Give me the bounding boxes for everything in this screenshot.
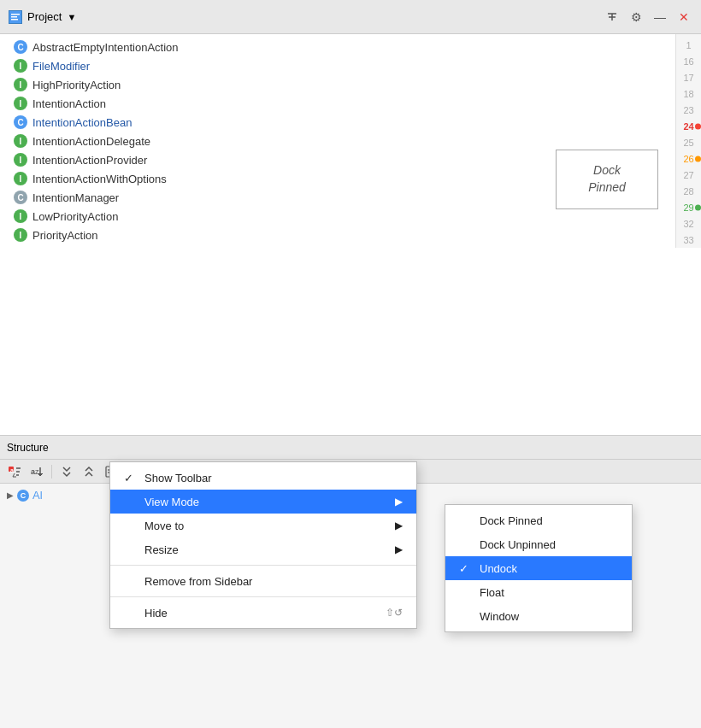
project-icon <box>9 10 22 24</box>
context-menu-left: ✓ Show Toolbar View Mode ▶ Move to ▶ Res… <box>109 461 417 629</box>
sort-alphabetically-button[interactable]: a z <box>27 462 46 481</box>
submenu-label-undock: Undock <box>480 562 517 575</box>
line-num: 16 <box>676 54 701 70</box>
list-item[interactable]: I IntentionActionDelegate <box>0 132 671 150</box>
line-num: 33 <box>676 232 701 248</box>
minimize-button[interactable]: — <box>651 9 669 26</box>
line-num: 1 <box>676 38 701 54</box>
file-name: IntentionActionProvider <box>32 154 147 167</box>
header-actions: ⚙ — ✕ <box>604 9 692 26</box>
submenu-item-window[interactable]: Window <box>445 604 632 628</box>
badge-i: I <box>14 209 27 223</box>
svg-rect-2 <box>11 16 17 18</box>
file-name: AbstractEmptyIntentionAction <box>32 41 179 54</box>
file-name: IntentionAction <box>32 97 106 110</box>
list-item[interactable]: C AbstractEmptyIntentionAction <box>0 38 671 56</box>
list-item[interactable]: I HighPriorityAction <box>0 75 671 94</box>
badge-i: I <box>14 134 27 148</box>
menu-label-resize: Resize <box>144 543 388 556</box>
structure-header: Structure <box>0 436 701 460</box>
menu-item-view-mode[interactable]: View Mode ▶ <box>110 490 416 514</box>
line-num: 29 <box>676 199 701 215</box>
badge-i: I <box>14 78 27 91</box>
menu-item-remove-sidebar[interactable]: Remove from Sidebar <box>110 569 416 593</box>
badge-i: I <box>14 153 27 167</box>
line-num: 28 <box>676 183 701 199</box>
line-num: 24 <box>676 119 701 135</box>
menu-item-show-toolbar[interactable]: ✓ Show Toolbar <box>110 466 416 490</box>
submenu-arrow-icon: ▶ <box>395 543 403 555</box>
dock-tooltip-text: Dock Pinned <box>588 162 626 196</box>
dock-line2: Pinned <box>588 179 626 197</box>
file-list: C AbstractEmptyIntentionAction I FileMod… <box>0 34 701 248</box>
line-num: 17 <box>676 70 701 86</box>
svg-text:a: a <box>10 467 14 473</box>
file-name: IntentionActionDelegate <box>32 135 150 148</box>
expand-arrow[interactable]: ▶ <box>7 490 14 500</box>
collapse-button[interactable] <box>80 462 98 481</box>
badge-i: I <box>14 59 27 73</box>
submenu-item-dock-pinned[interactable]: Dock Pinned <box>445 508 632 532</box>
struct-label: Al <box>32 489 43 502</box>
line-num: 26 <box>676 150 701 167</box>
submenu-label-dock-unpinned: Dock Unpinned <box>480 538 556 551</box>
menu-label-move-to: Move to <box>144 520 388 532</box>
toolbar-separator <box>51 465 52 478</box>
list-item[interactable]: I IntentionAction <box>0 94 671 113</box>
submenu-item-dock-unpinned[interactable]: Dock Unpinned <box>445 532 632 556</box>
badge-i: I <box>14 172 27 185</box>
menu-label-hide: Hide <box>144 607 379 619</box>
submenu-arrow-icon: ▶ <box>395 520 403 531</box>
badge-c: C <box>17 490 29 502</box>
context-menu-right: Dock Pinned Dock Unpinned ✓ Undock Float… <box>445 504 633 632</box>
badge-c-gray: C <box>14 191 27 204</box>
list-item[interactable]: I PriorityAction <box>0 226 671 244</box>
menu-separator <box>110 565 416 566</box>
project-label: Project <box>27 10 62 23</box>
file-name: LowPriorityAction <box>32 210 118 223</box>
badge-i: I <box>14 228 27 242</box>
line-numbers: 1 16 17 18 23 24 25 26 27 28 29 32 33 <box>675 34 701 248</box>
svg-rect-3 <box>11 19 18 21</box>
project-title: Project ▼ <box>9 10 76 24</box>
file-name: PriorityAction <box>32 229 98 242</box>
shortcut-icon: ⇧↺ <box>386 607 403 619</box>
badge-i: I <box>14 97 27 110</box>
submenu-label-float: Float <box>480 586 504 599</box>
list-item[interactable]: I LowPriorityAction <box>0 207 671 226</box>
file-name: IntentionManager <box>32 191 119 204</box>
submenu-item-undock[interactable]: ✓ Undock <box>445 556 632 580</box>
close-button[interactable]: ✕ <box>675 9 692 26</box>
menu-item-move-to[interactable]: Move to ▶ <box>110 514 416 537</box>
file-name: FileModifier <box>32 60 90 73</box>
check-icon: ✓ <box>459 562 473 575</box>
badge-c: C <box>14 115 27 129</box>
project-header: Project ▼ ⚙ — ✕ <box>0 0 701 34</box>
menu-item-resize[interactable]: Resize ▶ <box>110 537 416 561</box>
pin-button[interactable] <box>604 9 621 26</box>
project-panel: Project ▼ ⚙ — ✕ C AbstractEmptyIntention… <box>0 0 701 436</box>
line-num: 18 <box>676 86 701 103</box>
expand-button[interactable] <box>57 462 76 481</box>
file-name: IntentionActionWithOptions <box>32 173 167 185</box>
menu-label-view-mode: View Mode <box>144 496 388 508</box>
sort-by-type-button[interactable]: a <box>5 462 24 481</box>
list-item[interactable]: I FileModifier <box>0 56 671 75</box>
menu-item-hide[interactable]: Hide ⇧↺ <box>110 601 416 625</box>
svg-rect-1 <box>11 14 20 15</box>
file-name: HighPriorityAction <box>32 79 121 91</box>
menu-label-show-toolbar: Show Toolbar <box>144 472 403 484</box>
menu-separator <box>110 596 416 597</box>
submenu-arrow-icon: ▶ <box>395 496 403 508</box>
gear-button[interactable]: ⚙ <box>627 9 645 26</box>
line-num: 27 <box>676 167 701 183</box>
structure-title: Structure <box>7 442 49 454</box>
dropdown-icon[interactable]: ▼ <box>67 12 76 22</box>
submenu-label-dock-pinned: Dock Pinned <box>480 514 543 527</box>
submenu-item-float[interactable]: Float <box>445 580 632 604</box>
list-item[interactable]: C IntentionActionBean <box>0 113 671 132</box>
line-num: 32 <box>676 215 701 232</box>
file-name: IntentionActionBean <box>32 116 132 129</box>
dock-line1: Dock <box>588 162 626 179</box>
menu-label-remove-sidebar: Remove from Sidebar <box>144 575 403 588</box>
